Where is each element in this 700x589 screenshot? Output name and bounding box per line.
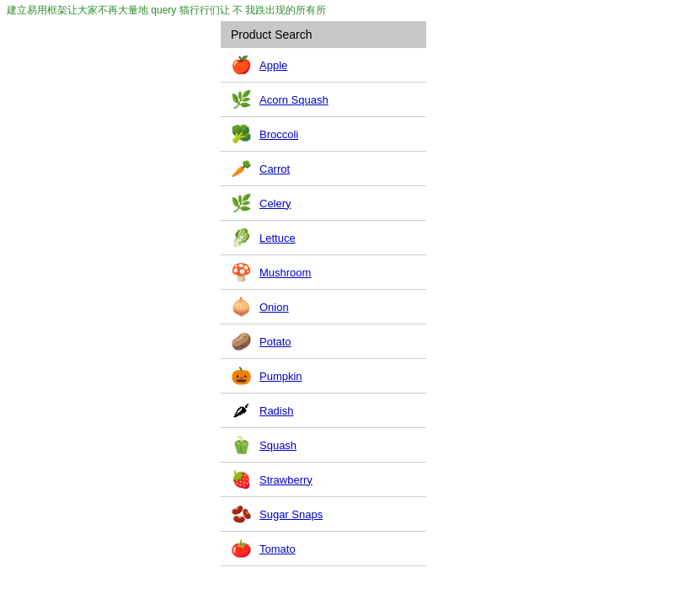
product-item-apple[interactable]: 🍎Apple	[221, 48, 426, 83]
product-item-lettuce[interactable]: 🥬Lettuce	[221, 221, 426, 255]
product-item-acorn-squash[interactable]: 🌿Acorn Squash	[221, 83, 426, 117]
tomato-name[interactable]: Tomato	[259, 543, 296, 555]
product-item-sugar-snaps[interactable]: 🫘Sugar Snaps	[221, 497, 426, 532]
tomato-icon: 🍅	[231, 538, 251, 559]
acorn-squash-icon: 🌿	[231, 89, 251, 110]
product-item-radish[interactable]: 🌶Radish	[221, 394, 426, 428]
product-item-broccoli[interactable]: 🥦Broccoli	[221, 117, 426, 152]
top-bar: 建立易用框架让大家不再大量地 query 猫行行们让 不 我跌出现的所有所	[0, 0, 700, 21]
radish-icon: 🌶	[231, 400, 251, 420]
product-item-squash[interactable]: 🫑Squash	[221, 428, 426, 463]
product-list: 🍎Apple🌿Acorn Squash🥦Broccoli🥕Carrot🌿Cele…	[221, 48, 426, 566]
strawberry-name[interactable]: Strawberry	[259, 474, 313, 486]
lettuce-name[interactable]: Lettuce	[259, 232, 296, 244]
product-list-container: Product Search 🍎Apple🌿Acorn Squash🥦Brocc…	[221, 21, 426, 566]
carrot-icon: 🥕	[231, 158, 251, 179]
pumpkin-name[interactable]: Pumpkin	[259, 370, 302, 383]
product-item-onion[interactable]: 🧅Onion	[221, 290, 426, 324]
product-item-tomato[interactable]: 🍅Tomato	[221, 532, 426, 566]
potato-icon: 🥔	[231, 331, 251, 351]
squash-name[interactable]: Squash	[259, 439, 297, 452]
top-bar-text: 建立易用框架让大家不再大量地 query 猫行行们让 不 我跌出现的所有所	[7, 4, 326, 16]
celery-name[interactable]: Celery	[259, 197, 291, 210]
broccoli-icon: 🥦	[231, 124, 251, 144]
sugar-snaps-name[interactable]: Sugar Snaps	[259, 508, 323, 521]
product-list-header: Product Search	[221, 21, 426, 48]
broccoli-name[interactable]: Broccoli	[259, 128, 298, 141]
product-item-strawberry[interactable]: 🍓Strawberry	[221, 463, 426, 497]
apple-name[interactable]: Apple	[259, 59, 287, 72]
acorn-squash-name[interactable]: Acorn Squash	[259, 94, 329, 106]
potato-name[interactable]: Potato	[259, 335, 291, 348]
squash-icon: 🫑	[231, 435, 251, 455]
sugar-snaps-icon: 🫘	[231, 504, 251, 524]
mushroom-name[interactable]: Mushroom	[259, 266, 311, 279]
pumpkin-icon: 🎃	[231, 366, 251, 386]
celery-icon: 🌿	[231, 193, 251, 213]
mushroom-icon: 🍄	[231, 262, 251, 282]
product-item-potato[interactable]: 🥔Potato	[221, 324, 426, 359]
product-item-celery[interactable]: 🌿Celery	[221, 186, 426, 221]
product-item-pumpkin[interactable]: 🎃Pumpkin	[221, 359, 426, 394]
carrot-name[interactable]: Carrot	[259, 163, 290, 175]
strawberry-icon: 🍓	[231, 469, 251, 490]
lettuce-icon: 🥬	[231, 228, 251, 248]
onion-icon: 🧅	[231, 297, 251, 317]
product-item-mushroom[interactable]: 🍄Mushroom	[221, 255, 426, 290]
radish-name[interactable]: Radish	[259, 404, 293, 417]
header-title: Product Search	[231, 28, 313, 41]
apple-icon: 🍎	[231, 55, 251, 75]
onion-name[interactable]: Onion	[259, 301, 289, 313]
product-item-carrot[interactable]: 🥕Carrot	[221, 152, 426, 186]
